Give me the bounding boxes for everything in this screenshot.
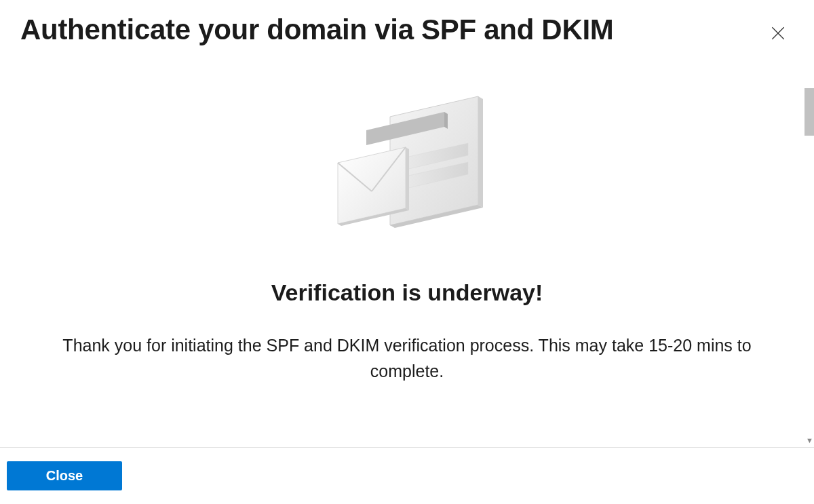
dialog-content: Verification is underway! Thank you for … xyxy=(0,49,814,447)
close-icon xyxy=(769,24,787,42)
scrollbar-down-icon[interactable]: ▼ xyxy=(806,436,813,443)
verification-status-description: Thank you for initiating the SPF and DKI… xyxy=(27,333,787,384)
dialog-header: Authenticate your domain via SPF and DKI… xyxy=(0,0,814,49)
svg-marker-11 xyxy=(406,147,409,210)
mail-verification-illustration xyxy=(326,90,488,246)
close-button[interactable]: Close xyxy=(7,461,122,490)
svg-marker-3 xyxy=(478,96,483,208)
scrollbar-thumb[interactable] xyxy=(805,88,814,136)
dialog-footer: Close xyxy=(0,447,814,504)
authenticate-domain-dialog: Authenticate your domain via SPF and DKI… xyxy=(0,0,814,504)
close-icon-button[interactable] xyxy=(762,18,794,49)
dialog-title: Authenticate your domain via SPF and DKI… xyxy=(20,14,613,46)
verification-status-heading: Verification is underway! xyxy=(271,279,543,306)
svg-marker-6 xyxy=(444,112,448,129)
